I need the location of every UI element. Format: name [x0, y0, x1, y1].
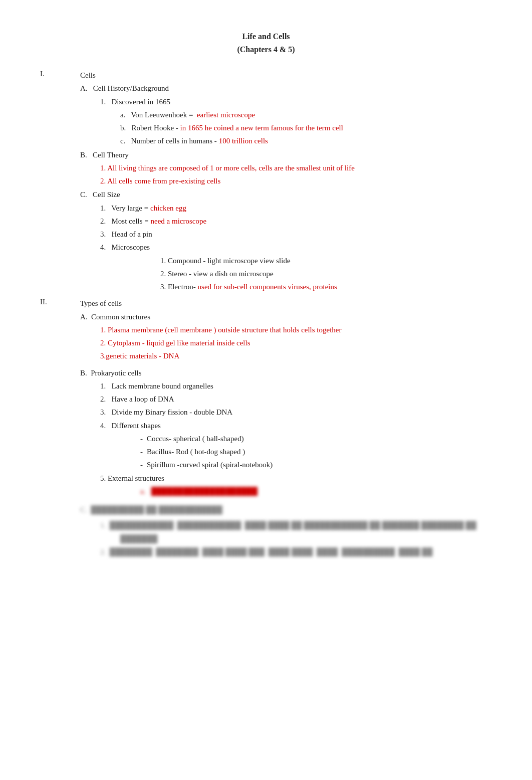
blurred-line-1: C. ██████████ ██ ████████████: [80, 504, 492, 516]
prok-1: 1. Lack membrane bound organelles: [100, 380, 492, 392]
alpha-IIA-title: Common structures: [91, 313, 150, 321]
cell-theory-2: 2. All cells come from pre-existing cell…: [100, 175, 492, 187]
section-II-A: A. Common structures 1. Plasma membrane …: [80, 311, 492, 362]
blurred-sub-text-1: ███████: [120, 535, 157, 543]
roman-numeral-I: I.: [40, 70, 80, 295]
section-II-B-title: B. Prokaryotic cells: [80, 367, 492, 379]
prok-2: 2. Have a loop of DNA: [100, 394, 492, 405]
blurred-item-2: 2. ████████ ████████ ████ ████ ███ ████ …: [100, 546, 492, 558]
alpha-A-title: Cell History/Background: [93, 84, 169, 92]
prok-5: 5. External structures: [100, 473, 492, 484]
item-1: 1. Discovered in 1665: [100, 96, 492, 108]
item-1a: a. Von Leeuwenhoek = earliest microscope: [120, 109, 492, 121]
section-I: I. Cells A. Cell History/Background 1. D…: [40, 70, 492, 295]
common-struct-3: 3.genetic materials - DNA: [100, 350, 492, 362]
shape-coccus: - Coccus- spherical ( ball-shaped): [140, 433, 492, 445]
section-I-title: Cells: [80, 70, 492, 81]
blurred-section-C-items: 1. ████████████ ████████████ ████ ████ █…: [80, 520, 492, 558]
section-II-body: Types of cells A. Common structures 1. P…: [80, 298, 492, 559]
prok-3: 3. Divide my Binary fission - double DNA: [100, 407, 492, 418]
alpha-C-label: C.: [80, 190, 87, 199]
section-I-B-title: B. Cell Theory: [80, 149, 492, 161]
item-1c: c. Number of cells in humans - 100 trill…: [120, 135, 492, 147]
alpha-B-title: Cell Theory: [93, 151, 129, 159]
alpha-IIB-label: B.: [80, 369, 87, 377]
shape-bacillus-text: Bacillus- Rod ( hot-dog shaped ): [147, 446, 245, 458]
microscope-3: 3. Electron- used for sub-cell component…: [160, 281, 492, 293]
alpha-IIB-title: Prokaryotic cells: [91, 369, 141, 377]
alpha-B-label: B.: [80, 151, 87, 159]
section-I-C-title: C. Cell Size: [80, 189, 492, 201]
section-I-A: A. Cell History/Background 1. Discovered…: [80, 83, 492, 147]
common-struct-1: 1. Plasma membrane (cell membrane ) outs…: [100, 324, 492, 336]
dash-2: -: [140, 446, 143, 458]
cell-theory-1: 1. All living things are composed of 1 o…: [100, 162, 492, 174]
roman-numeral-II: II.: [40, 298, 80, 559]
section-I-C: C. Cell Size 1. Very large = chicken egg…: [80, 189, 492, 293]
section-I-B: B. Cell Theory 1. All living things are …: [80, 149, 492, 187]
section-I-A-title: A. Cell History/Background: [80, 83, 492, 94]
title-line1: Life and Cells: [40, 30, 492, 43]
section-I-body: Cells A. Cell History/Background 1. Disc…: [80, 70, 492, 295]
blurred-sub-1: ███████: [120, 533, 492, 545]
cell-size-1: 1. Very large = chicken egg: [100, 203, 492, 214]
dash-1: -: [140, 433, 143, 445]
title-line2: (Chapters 4 & 5): [40, 43, 492, 56]
microscope-2: 2. Stereo - view a dish on microscope: [160, 268, 492, 280]
microscope-3-colored: used for sub-cell components viruses, pr…: [198, 283, 337, 291]
cell-size-2-colored: need a microscope: [151, 217, 207, 225]
blurred-text-1: 1. ████████████ ████████████ ████ ████ █…: [100, 521, 476, 529]
cell-size-3: 3. Head of a pin: [100, 229, 492, 240]
blurred-text-2: 2. ████████ ████████ ████ ████ ███ ████ …: [100, 548, 432, 556]
dash-3: -: [140, 459, 143, 471]
common-struct-2: 2. Cytoplasm - liquid gel like material …: [100, 337, 492, 349]
blurred-section-C: C. ██████████ ██ ████████████: [80, 504, 492, 516]
shape-spirillum-text: Spirillum -curved spiral (spiral-noteboo…: [147, 459, 273, 471]
section-II: II. Types of cells A. Common structures …: [40, 298, 492, 559]
microscope-1: 1. Compound - light microscope view slid…: [160, 255, 492, 267]
item-1a-colored: earliest microscope: [197, 111, 255, 119]
section-II-title: Types of cells: [80, 298, 492, 309]
shape-bacillus: - Bacillus- Rod ( hot-dog shaped ): [140, 446, 492, 458]
shape-spirillum: - Spirillum -curved spiral (spiral-noteb…: [140, 459, 492, 471]
section-II-B: B. Prokaryotic cells 1. Lack membrane bo…: [80, 367, 492, 498]
blurred-item-1: 1. ████████████ ████████████ ████ ████ █…: [100, 520, 492, 531]
external-a: a. ████████████████████: [140, 486, 492, 497]
cell-size-2: 2. Most cells = need a microscope: [100, 216, 492, 227]
item-1b-colored: in 1665 he coined a new term famous for …: [180, 124, 343, 132]
page-title: Life and Cells (Chapters 4 & 5): [40, 30, 492, 56]
cell-size-4: 4. Microscopes: [100, 242, 492, 253]
prok-4: 4. Different shapes: [100, 420, 492, 432]
alpha-C-title: Cell Size: [93, 190, 120, 199]
item-1b: b. Robert Hooke - in 1665 he coined a ne…: [120, 122, 492, 134]
section-II-A-title: A. Common structures: [80, 311, 492, 323]
cell-size-1-colored: chicken egg: [150, 204, 186, 212]
item-1c-colored: 100 trillion cells: [219, 137, 268, 145]
alpha-A-label: A.: [80, 84, 88, 92]
shape-coccus-text: Coccus- spherical ( ball-shaped): [147, 433, 244, 445]
alpha-IIA-label: A.: [80, 313, 88, 321]
